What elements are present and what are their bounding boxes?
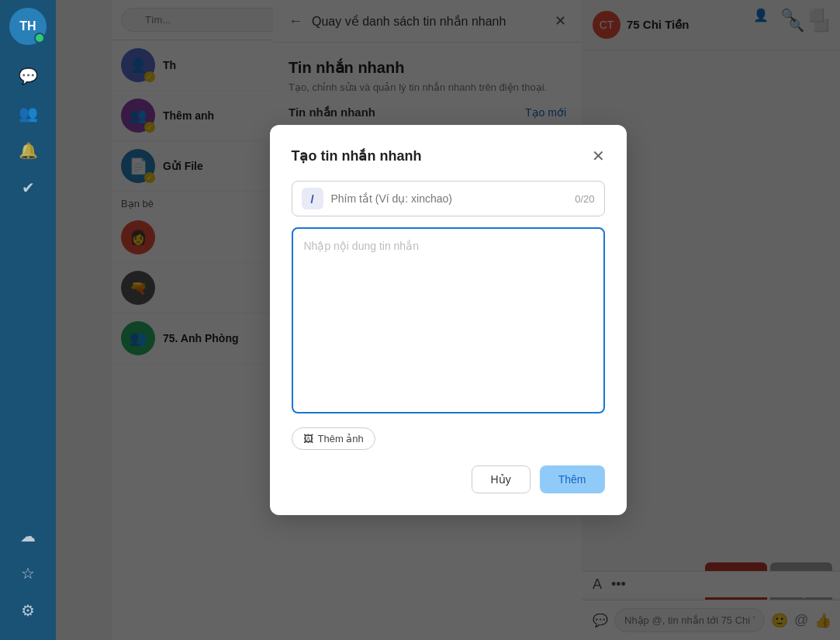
sidebar-item-cloud[interactable]: ☁ <box>12 521 43 552</box>
modal-overlay: Tạo tin nhắn nhanh ✕ / 0/20 🖼 Thêm ảnh H… <box>56 0 840 640</box>
cancel-button[interactable]: Hủy <box>472 465 531 493</box>
modal-close-button[interactable]: ✕ <box>592 147 605 165</box>
modal-title: Tạo tin nhắn nhanh <box>292 147 422 164</box>
sidebar: TH 💬 👥 🔔 ✔ ☁ ☆ ⚙ <box>0 0 56 640</box>
add-image-button[interactable]: 🖼 Thêm ảnh <box>292 427 375 450</box>
shortcut-counter: 0/20 <box>575 193 594 205</box>
sidebar-item-settings[interactable]: ⚙ <box>12 595 43 626</box>
sidebar-item-chat[interactable]: 💬 <box>12 61 43 92</box>
shortcut-input[interactable] <box>331 192 568 205</box>
sidebar-item-bell[interactable]: 🔔 <box>12 135 43 166</box>
shortcut-row: / 0/20 <box>292 181 605 216</box>
main-content: 👤 ✓ Th 👥 ✓ Thêm anh 📄 ✓ Gửi File <box>56 0 840 640</box>
create-quick-msg-modal: Tạo tin nhắn nhanh ✕ / 0/20 🖼 Thêm ảnh H… <box>270 125 627 515</box>
sidebar-item-star[interactable]: ☆ <box>12 558 43 589</box>
add-button[interactable]: Thêm <box>540 465 605 493</box>
image-icon: 🖼 <box>303 433 313 445</box>
modal-header: Tạo tin nhắn nhanh ✕ <box>292 147 605 165</box>
slash-icon: / <box>302 188 323 209</box>
modal-actions: Hủy Thêm <box>292 465 605 493</box>
avatar[interactable]: TH <box>9 8 47 45</box>
sidebar-item-check[interactable]: ✔ <box>12 172 43 203</box>
add-image-label: Thêm ảnh <box>318 433 364 445</box>
sidebar-item-contacts[interactable]: 👥 <box>12 98 43 129</box>
message-textarea[interactable] <box>292 227 605 413</box>
